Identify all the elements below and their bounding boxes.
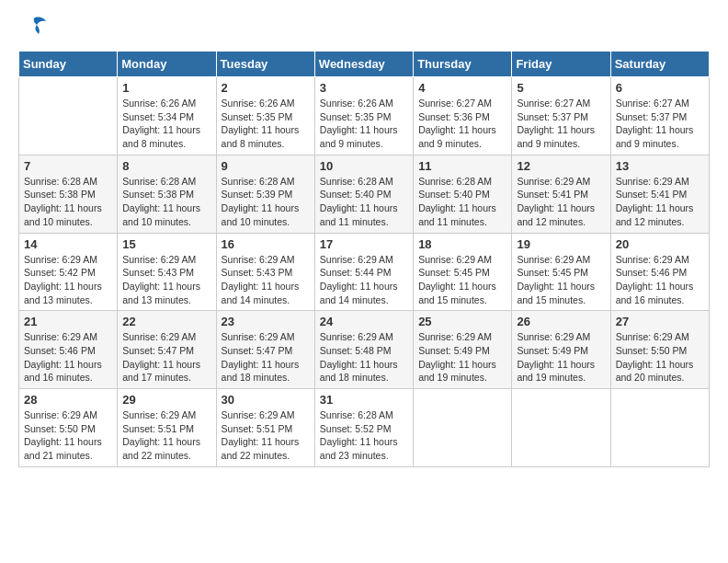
calendar-cell: 3 Sunrise: 6:26 AMSunset: 5:35 PMDayligh…	[314, 77, 413, 155]
day-number: 31	[320, 393, 408, 407]
day-info: Sunrise: 6:29 AMSunset: 5:51 PMDaylight:…	[222, 408, 310, 463]
header-monday: Monday	[118, 52, 216, 77]
day-info: Sunrise: 6:28 AMSunset: 5:39 PMDaylight:…	[222, 175, 310, 229]
day-number: 6	[616, 81, 704, 95]
calendar-cell: 27 Sunrise: 6:29 AMSunset: 5:50 PMDaylig…	[610, 311, 709, 389]
day-info: Sunrise: 6:28 AMSunset: 5:52 PMDaylight:…	[320, 408, 408, 463]
day-info: Sunrise: 6:29 AMSunset: 5:46 PMDaylight:…	[616, 253, 704, 307]
calendar-cell: 20 Sunrise: 6:29 AMSunset: 5:46 PMDaylig…	[610, 233, 709, 311]
week-row-4: 28 Sunrise: 6:29 AMSunset: 5:50 PMDaylig…	[19, 389, 710, 467]
day-info: Sunrise: 6:26 AMSunset: 5:35 PMDaylight:…	[222, 97, 310, 151]
calendar-cell: 12 Sunrise: 6:29 AMSunset: 5:41 PMDaylig…	[512, 155, 610, 233]
day-number: 13	[616, 159, 704, 173]
header-wednesday: Wednesday	[314, 52, 413, 77]
header-sunday: Sunday	[19, 52, 118, 77]
day-info: Sunrise: 6:29 AMSunset: 5:41 PMDaylight:…	[616, 175, 704, 229]
day-info: Sunrise: 6:29 AMSunset: 5:46 PMDaylight:…	[24, 330, 112, 385]
day-number: 9	[222, 159, 310, 173]
day-number: 15	[122, 237, 210, 251]
day-number: 17	[320, 237, 408, 251]
calendar-cell	[414, 389, 512, 467]
calendar-cell	[19, 77, 118, 155]
calendar-cell: 30 Sunrise: 6:29 AMSunset: 5:51 PMDaylig…	[216, 389, 314, 467]
day-number: 29	[122, 393, 210, 407]
calendar-cell: 22 Sunrise: 6:29 AMSunset: 5:47 PMDaylig…	[118, 311, 216, 389]
calendar-cell: 13 Sunrise: 6:29 AMSunset: 5:41 PMDaylig…	[610, 155, 709, 233]
day-info: Sunrise: 6:29 AMSunset: 5:50 PMDaylight:…	[616, 330, 704, 385]
day-info: Sunrise: 6:29 AMSunset: 5:47 PMDaylight:…	[122, 330, 210, 385]
day-number: 5	[517, 81, 605, 95]
calendar-cell: 14 Sunrise: 6:29 AMSunset: 5:42 PMDaylig…	[19, 233, 118, 311]
day-number: 8	[122, 159, 210, 173]
day-info: Sunrise: 6:29 AMSunset: 5:51 PMDaylight:…	[122, 408, 210, 463]
day-number: 30	[222, 393, 310, 407]
day-number: 19	[517, 237, 605, 251]
day-info: Sunrise: 6:29 AMSunset: 5:49 PMDaylight:…	[418, 330, 506, 385]
day-info: Sunrise: 6:29 AMSunset: 5:50 PMDaylight:…	[24, 408, 112, 463]
calendar-cell: 18 Sunrise: 6:29 AMSunset: 5:45 PMDaylig…	[414, 233, 512, 311]
day-info: Sunrise: 6:26 AMSunset: 5:35 PMDaylight:…	[320, 97, 408, 151]
week-row-1: 7 Sunrise: 6:28 AMSunset: 5:38 PMDayligh…	[19, 155, 710, 233]
calendar-cell	[512, 389, 610, 467]
calendar-cell: 25 Sunrise: 6:29 AMSunset: 5:49 PMDaylig…	[414, 311, 512, 389]
header-saturday: Saturday	[610, 52, 709, 77]
calendar-cell: 1 Sunrise: 6:26 AMSunset: 5:34 PMDayligh…	[118, 77, 216, 155]
day-info: Sunrise: 6:27 AMSunset: 5:37 PMDaylight:…	[517, 97, 605, 151]
day-number: 10	[320, 159, 408, 173]
day-number: 20	[616, 237, 704, 251]
calendar-cell: 6 Sunrise: 6:27 AMSunset: 5:37 PMDayligh…	[610, 77, 709, 155]
day-info: Sunrise: 6:28 AMSunset: 5:38 PMDaylight:…	[122, 175, 210, 229]
calendar-cell: 2 Sunrise: 6:26 AMSunset: 5:35 PMDayligh…	[216, 77, 314, 155]
calendar-cell: 23 Sunrise: 6:29 AMSunset: 5:47 PMDaylig…	[216, 311, 314, 389]
calendar-cell: 19 Sunrise: 6:29 AMSunset: 5:45 PMDaylig…	[512, 233, 610, 311]
day-number: 21	[24, 315, 112, 328]
calendar-cell	[610, 389, 709, 467]
day-info: Sunrise: 6:27 AMSunset: 5:37 PMDaylight:…	[616, 97, 704, 151]
day-info: Sunrise: 6:28 AMSunset: 5:40 PMDaylight:…	[320, 175, 408, 229]
calendar-cell: 11 Sunrise: 6:28 AMSunset: 5:40 PMDaylig…	[414, 155, 512, 233]
day-number: 2	[222, 81, 310, 95]
day-number: 7	[24, 159, 112, 173]
header-row: Sunday Monday Tuesday Wednesday Thursday…	[19, 52, 710, 77]
day-info: Sunrise: 6:29 AMSunset: 5:47 PMDaylight:…	[222, 330, 310, 385]
calendar-cell: 15 Sunrise: 6:29 AMSunset: 5:43 PMDaylig…	[118, 233, 216, 311]
calendar-cell: 31 Sunrise: 6:28 AMSunset: 5:52 PMDaylig…	[314, 389, 413, 467]
calendar-cell: 29 Sunrise: 6:29 AMSunset: 5:51 PMDaylig…	[118, 389, 216, 467]
calendar-cell: 17 Sunrise: 6:29 AMSunset: 5:44 PMDaylig…	[314, 233, 413, 311]
day-info: Sunrise: 6:26 AMSunset: 5:34 PMDaylight:…	[122, 97, 210, 151]
calendar-cell: 21 Sunrise: 6:29 AMSunset: 5:46 PMDaylig…	[19, 311, 118, 389]
day-info: Sunrise: 6:28 AMSunset: 5:38 PMDaylight:…	[24, 175, 112, 229]
week-row-0: 1 Sunrise: 6:26 AMSunset: 5:34 PMDayligh…	[19, 77, 710, 155]
day-info: Sunrise: 6:29 AMSunset: 5:42 PMDaylight:…	[24, 253, 112, 307]
day-number: 4	[418, 81, 506, 95]
day-info: Sunrise: 6:29 AMSunset: 5:43 PMDaylight:…	[222, 253, 310, 307]
day-info: Sunrise: 6:29 AMSunset: 5:43 PMDaylight:…	[122, 253, 210, 307]
day-info: Sunrise: 6:29 AMSunset: 5:49 PMDaylight:…	[517, 330, 605, 385]
day-number: 16	[222, 237, 310, 251]
day-number: 23	[222, 315, 310, 328]
header-tuesday: Tuesday	[216, 52, 314, 77]
week-row-3: 21 Sunrise: 6:29 AMSunset: 5:46 PMDaylig…	[19, 311, 710, 389]
calendar-cell: 10 Sunrise: 6:28 AMSunset: 5:40 PMDaylig…	[314, 155, 413, 233]
logo	[18, 18, 48, 36]
calendar-cell: 26 Sunrise: 6:29 AMSunset: 5:49 PMDaylig…	[512, 311, 610, 389]
calendar-cell: 9 Sunrise: 6:28 AMSunset: 5:39 PMDayligh…	[216, 155, 314, 233]
calendar-cell: 7 Sunrise: 6:28 AMSunset: 5:38 PMDayligh…	[19, 155, 118, 233]
week-row-2: 14 Sunrise: 6:29 AMSunset: 5:42 PMDaylig…	[19, 233, 710, 311]
day-info: Sunrise: 6:28 AMSunset: 5:40 PMDaylight:…	[418, 175, 506, 229]
day-number: 1	[122, 81, 210, 95]
calendar-table: Sunday Monday Tuesday Wednesday Thursday…	[18, 51, 710, 467]
calendar-cell: 4 Sunrise: 6:27 AMSunset: 5:36 PMDayligh…	[414, 77, 512, 155]
day-number: 22	[122, 315, 210, 328]
day-info: Sunrise: 6:27 AMSunset: 5:36 PMDaylight:…	[418, 97, 506, 151]
day-info: Sunrise: 6:29 AMSunset: 5:44 PMDaylight:…	[320, 253, 408, 307]
calendar-cell: 5 Sunrise: 6:27 AMSunset: 5:37 PMDayligh…	[512, 77, 610, 155]
day-info: Sunrise: 6:29 AMSunset: 5:45 PMDaylight:…	[517, 253, 605, 307]
day-number: 28	[24, 393, 112, 407]
day-number: 24	[320, 315, 408, 328]
day-number: 25	[418, 315, 506, 328]
calendar-cell: 8 Sunrise: 6:28 AMSunset: 5:38 PMDayligh…	[118, 155, 216, 233]
calendar-cell: 16 Sunrise: 6:29 AMSunset: 5:43 PMDaylig…	[216, 233, 314, 311]
logo-bird-icon	[20, 14, 48, 41]
day-number: 18	[418, 237, 506, 251]
